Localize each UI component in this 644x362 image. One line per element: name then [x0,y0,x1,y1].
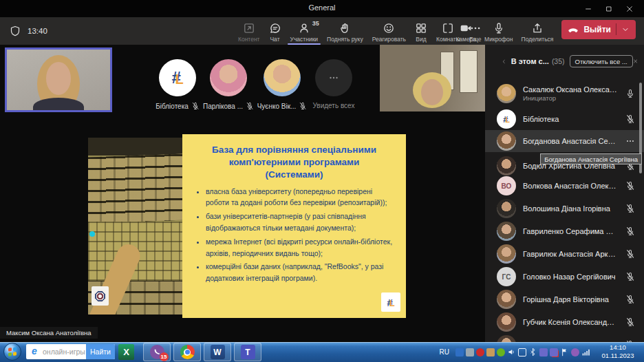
toolbar-mic[interactable]: Микрофон [484,22,513,43]
laptop-gallery-grid [88,154,182,224]
see-all-button[interactable] [315,59,352,96]
toolbar-raise-hand[interactable]: Поднять руку [327,22,363,43]
windows-logo-icon [8,347,17,356]
language-indicator[interactable]: RU [440,348,449,356]
strip-tile-parlikova[interactable]: Парлікова ... [197,59,259,110]
clipboard-tray-icon[interactable] [518,348,526,356]
meeting-timer: 13:40 [28,27,47,35]
taskbar-search[interactable]: e онлайн-игры Найти [26,344,115,359]
mute-all-button[interactable]: Отключить все ... [570,55,633,67]
participant-row[interactable]: Сакалюк Оксана Олександрівна Инициатор [485,81,644,107]
close-button[interactable] [619,0,640,17]
mic-muted-icon[interactable] [625,114,635,124]
mic-muted-icon[interactable] [625,204,635,213]
avatar [497,199,516,218]
leave-button[interactable]: Выйти [561,20,636,39]
mic-muted-icon[interactable] [625,226,635,236]
toolbar-participants-label: Участники [290,36,319,43]
record-tray-icon[interactable] [476,348,484,356]
video-thumbnail-room[interactable] [380,45,485,111]
rooms-icon [442,22,454,34]
react-icon [383,22,395,34]
back-icon[interactable] [502,58,506,65]
teams-tray-icon[interactable] [539,348,548,356]
participant-name: Гаврилюк Анастасія Аркадіївна [523,250,619,258]
room-window [460,50,477,93]
row-menu-icon[interactable] [625,136,635,146]
mic-muted-icon[interactable] [625,249,635,259]
viber-icon: 15 [150,345,164,359]
leave-label: Выйти [583,25,611,34]
mic-muted-icon[interactable] [625,317,635,327]
archive-tray-icon[interactable] [486,348,495,356]
strip-tile-see-all[interactable]: Увидеть всех [303,59,365,109]
volume-tray-icon[interactable] [507,348,516,356]
participant-name: Сакалюк Оксана Олександрівна [523,85,619,94]
avatar-initials: ГС [497,267,516,286]
participant-row[interactable]: Волошина Діана Ігорівна [485,198,644,220]
toolbar-mic-label: Микрофон [484,36,513,43]
system-tray: RU [440,342,590,362]
search-go-button[interactable]: Найти [86,344,115,359]
close-icon [625,5,634,13]
panel-close-icon[interactable] [633,57,638,65]
search-input[interactable]: онлайн-игры [40,348,86,356]
network-signal-icon[interactable] [581,348,590,356]
participant-name: Волошина Діана Ігорівна [523,204,619,213]
mic-muted-icon[interactable] [625,272,635,281]
minimize-icon [584,5,592,13]
bluetooth-tray-icon[interactable] [528,348,537,356]
participant-role: Инициатор [523,94,619,102]
clock-date: 01.11.2023 [593,352,643,360]
teams-taskbar-button[interactable]: T [234,343,261,361]
library-logo-avatar: #L [497,109,516,129]
toolbar-view[interactable]: Вид [415,22,427,43]
participant-row[interactable]: ВО Волкова Анастасія Олександрів... [485,175,644,197]
mic-icon[interactable] [625,89,635,98]
video-thumbnail-speaker[interactable] [5,47,112,112]
participant-row[interactable]: ГС Головко Назар Сергійович [485,266,644,288]
toolbar-share[interactable]: Поделиться [522,22,554,43]
participant-row[interactable]: Губчик Ксенія Олександрівна [485,311,644,333]
avatar [264,59,301,96]
mic-muted-icon[interactable] [625,295,635,304]
toolbar-camera[interactable]: Камера [455,22,476,43]
participant-row[interactable]: Гавриленко Серафима Сергіївна [485,220,644,242]
viber-tray-icon[interactable] [571,348,579,356]
avatar [497,335,516,342]
mic-muted-icon[interactable] [625,181,635,191]
participant-row[interactable]: #L Бібліотека [485,108,644,130]
toolbar-chat[interactable]: Чат [269,22,281,43]
start-button[interactable] [3,343,21,361]
maximize-button[interactable] [599,0,619,17]
window-controls [578,0,640,17]
toolbar-participants[interactable]: 35 Участники [290,22,319,43]
participant-row-partial[interactable]: Д... Т... О... [485,334,644,342]
meeting-info: 13:40 [10,17,47,45]
teams-alert-tray-icon[interactable] [550,348,558,356]
panel-title: В этом с... [511,57,549,65]
shared-screen-stage: База для порівняння спеціальними комп'ют… [0,117,485,342]
participant-row[interactable]: Гаврилюк Анастасія Аркадіївна [485,243,644,265]
participant-name: Губчик Ксенія Олександрівна [523,318,619,326]
library-logo: #L [159,59,196,96]
taskbar-clock[interactable]: 14:10 01.11.2023 [593,343,643,360]
usb-tray-icon[interactable] [455,348,464,356]
viber-taskbar-button[interactable]: 15 [143,343,171,361]
chevron-down-icon[interactable] [621,25,630,34]
minimize-button[interactable] [578,0,599,17]
participant-row-hovered[interactable]: Богданова Анастасія Сергіївна [485,130,644,152]
word-taskbar-button[interactable]: W [204,343,231,361]
toolbar-react[interactable]: Реагировать [372,22,406,43]
participants-header: В этом с... (35) Отключить все ... [485,53,644,70]
participant-name: Головко Назар Сергійович [523,273,619,281]
device-tray-icon[interactable] [466,348,474,356]
flag-tray-icon[interactable] [560,348,569,356]
chrome-taskbar-button[interactable] [173,343,201,361]
toolbar-content[interactable]: Контент [238,22,260,43]
toolbar-camera-label: Камера [455,36,476,43]
antivirus-tray-icon[interactable] [497,348,505,356]
avatar [497,156,516,175]
participant-row[interactable]: Горішна Даря Вікторівна [485,288,644,310]
excel-taskbar-icon[interactable]: X [118,344,134,360]
